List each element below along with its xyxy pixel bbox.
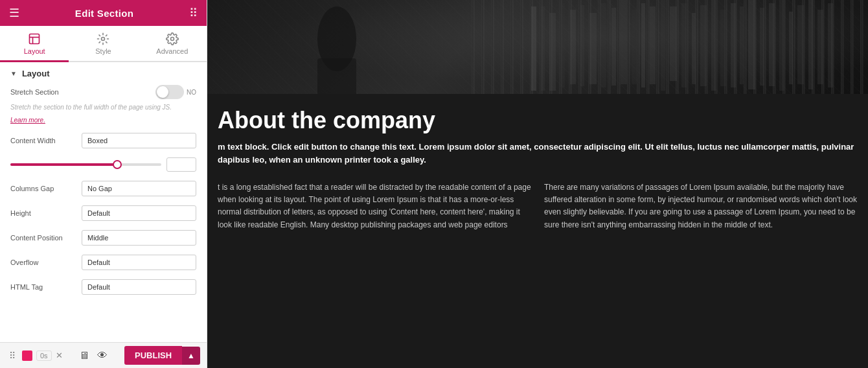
layout-section-heading[interactable]: ▼ Layout	[0, 62, 207, 85]
about-section: About the company m text block. Click ed…	[207, 94, 868, 174]
color-swatch	[22, 351, 32, 361]
svg-rect-7	[531, 6, 536, 91]
svg-rect-19	[650, 6, 656, 84]
svg-point-4	[170, 38, 174, 41]
svg-rect-32	[779, 0, 784, 91]
advanced-tab-icon	[166, 32, 179, 45]
eye-icon[interactable]: 👁	[97, 350, 108, 362]
svg-rect-34	[797, 5, 804, 84]
overflow-label: Overflow	[10, 259, 82, 266]
slider-row	[10, 157, 196, 172]
svg-rect-17	[632, 10, 637, 84]
stretch-section-label: Stretch Section	[10, 88, 59, 96]
publish-group: PUBLISH ▲	[124, 346, 200, 365]
right-panel: About the company m text block. Click ed…	[207, 0, 868, 368]
col2-text: There are many variations of passages of…	[544, 181, 858, 360]
section-heading-label: Layout	[22, 69, 50, 78]
bottom-bar: ⠿ 0s ✕ 🖥 👁 PUBLISH ▲	[0, 342, 207, 368]
tab-layout-label: Layout	[24, 47, 45, 55]
svg-rect-21	[670, 6, 677, 81]
timer-display: 0s	[36, 351, 52, 361]
hamburger-icon[interactable]: ☰	[9, 6, 19, 20]
learn-more-link[interactable]: Learn more.	[10, 117, 45, 124]
slider-fill	[10, 163, 116, 166]
svg-rect-31	[769, 3, 775, 86]
content-area: About the company m text block. Click ed…	[207, 0, 868, 368]
two-col-section: t is a long established fact that a read…	[207, 174, 868, 368]
publish-button[interactable]: PUBLISH	[124, 346, 182, 365]
height-control: Default Fit To Screen Min Height	[82, 205, 196, 221]
tab-style[interactable]: Style	[69, 26, 137, 62]
grid-bottom-icon[interactable]: ⠿	[6, 349, 18, 362]
overflow-row: Overflow Default Hidden	[10, 255, 196, 270]
html-tag-row: HTML Tag Default section article div hea…	[10, 279, 196, 295]
columns-gap-select[interactable]: No Gap Narrow Default Extended Wide	[82, 181, 196, 196]
svg-rect-10	[560, 3, 565, 87]
grid-icon[interactable]: ⠿	[189, 6, 198, 20]
svg-rect-22	[681, 3, 687, 87]
desktop-icon[interactable]: 🖥	[79, 350, 89, 362]
svg-rect-33	[789, 12, 793, 84]
svg-rect-28	[740, 6, 744, 84]
svg-rect-29	[748, 0, 755, 89]
svg-rect-13	[589, 13, 597, 84]
stretch-toggle-wrap: NO	[155, 85, 196, 99]
height-row: Height Default Fit To Screen Min Height	[10, 205, 196, 221]
layout-tab-icon	[28, 32, 41, 45]
slider-value-input[interactable]	[166, 157, 196, 172]
layout-form: Stretch Section NO Stretch the section t…	[0, 85, 207, 310]
svg-rect-0	[30, 34, 40, 44]
content-position-select[interactable]: Middle Top Bottom	[82, 230, 196, 246]
panel-header: ☰ Edit Section ⠿	[0, 0, 207, 26]
stretch-hint: Stretch the section to the full width of…	[10, 103, 196, 112]
slider-thumb[interactable]	[113, 160, 122, 169]
left-panel: ☰ Edit Section ⠿ Layout Style Adva	[0, 0, 207, 368]
content-width-row: Content Width Boxed Full Width	[10, 133, 196, 148]
svg-rect-20	[661, 0, 665, 91]
about-subtitle: m text block. Click edit button to chang…	[218, 141, 858, 166]
svg-rect-16	[621, 0, 627, 84]
svg-rect-27	[731, 3, 736, 87]
svg-rect-6	[317, 58, 356, 94]
col1-text: t is a long established fact that a read…	[218, 181, 531, 360]
svg-rect-12	[580, 5, 584, 86]
bottom-center-icons: 🖥 👁	[79, 350, 108, 362]
svg-rect-18	[641, 3, 645, 87]
svg-rect-8	[541, 6, 545, 91]
svg-rect-23	[692, 13, 696, 84]
tab-advanced-label: Advanced	[156, 47, 188, 55]
height-select[interactable]: Default Fit To Screen Min Height	[82, 205, 196, 221]
svg-rect-24	[700, 5, 707, 86]
style-tab-icon	[97, 32, 109, 45]
html-tag-select[interactable]: Default section article div header foote…	[82, 279, 196, 295]
content-position-row: Content Position Middle Top Bottom	[10, 230, 196, 246]
publish-dropdown-button[interactable]: ▲	[182, 347, 200, 365]
overflow-select[interactable]: Default Hidden	[82, 255, 196, 270]
svg-rect-37	[828, 3, 833, 87]
content-position-label: Content Position	[10, 234, 82, 242]
content-position-control: Middle Top Bottom	[82, 230, 196, 246]
bottom-left-icons: ⠿ 0s ✕	[6, 349, 63, 362]
tab-layout[interactable]: Layout	[0, 26, 69, 62]
content-width-select[interactable]: Boxed Full Width	[82, 133, 196, 148]
section-collapse-arrow: ▼	[10, 70, 17, 77]
svg-rect-26	[720, 10, 726, 86]
content-width-label: Content Width	[10, 137, 82, 144]
svg-rect-35	[808, 0, 813, 89]
html-tag-control: Default section article div header foote…	[82, 279, 196, 295]
toggle-knob	[157, 86, 168, 98]
hero-svg	[207, 0, 868, 94]
panel-title: Edit Section	[75, 8, 133, 19]
about-title: About the company	[218, 107, 858, 134]
svg-point-3	[102, 38, 105, 41]
svg-rect-30	[760, 8, 764, 86]
panel-body: ▼ Layout Stretch Section NO Stretch the …	[0, 62, 207, 342]
height-label: Height	[10, 209, 82, 217]
content-width-control: Boxed Full Width	[82, 133, 196, 148]
svg-rect-14	[601, 3, 606, 87]
slider-track	[10, 163, 161, 166]
overflow-control: Default Hidden	[82, 255, 196, 270]
stretch-toggle[interactable]	[155, 85, 184, 99]
close-small-icon[interactable]: ✕	[56, 351, 63, 360]
tab-advanced[interactable]: Advanced	[138, 26, 207, 62]
